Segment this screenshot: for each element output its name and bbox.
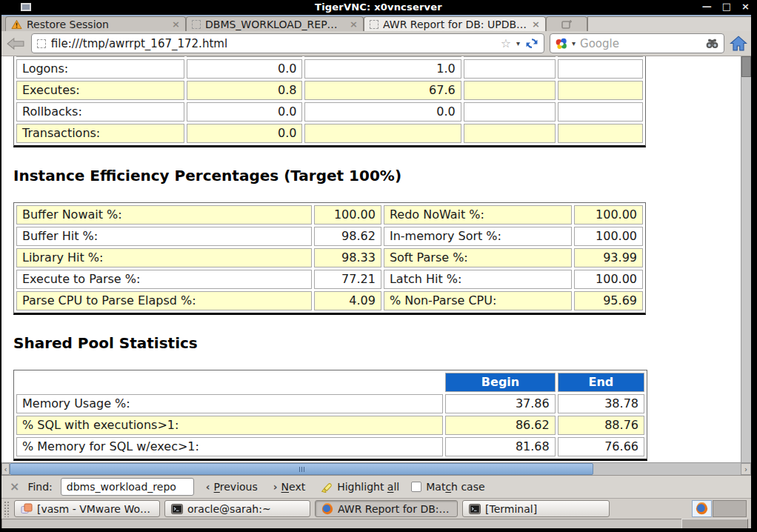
instance-efficiency-heading: Instance Efficiency Percentages (Target …: [13, 167, 741, 184]
tab-close-icon[interactable]: ×: [532, 19, 540, 29]
close-button[interactable]: ×: [741, 1, 750, 12]
stat-value-cell: 76.66: [558, 437, 644, 456]
tab-label: AWR Report for DB: UPDB, In...: [383, 19, 527, 30]
stat-name-cell: Logons:: [16, 59, 184, 79]
stat-name-cell: % Non-Parse CPU:: [384, 291, 573, 310]
column-header-begin: Begin: [445, 373, 555, 392]
taskbar-empty-strip: [1, 519, 681, 528]
new-tab-button[interactable]: [546, 16, 587, 31]
stat-name-cell: Latch Hit %:: [384, 270, 573, 289]
stat-name-cell: % SQL with executions>1:: [16, 416, 443, 435]
back-button[interactable]: [5, 35, 26, 53]
find-close-icon[interactable]: ×: [10, 481, 19, 493]
url-bar[interactable]: ☆ ▾: [31, 33, 544, 53]
empty-cell: [558, 81, 643, 100]
table-row: Rollbacks: 0.0 0.0: [16, 102, 643, 122]
navigation-toolbar: ☆ ▾ ▾: [1, 31, 751, 56]
tab-awr-report[interactable]: AWR Report for DB: UPDB, In... ×: [364, 16, 546, 31]
stat-value-cell: 98.33: [314, 248, 381, 267]
new-tab-icon: [561, 19, 573, 29]
tab-close-icon[interactable]: ×: [172, 19, 180, 29]
vertical-scrollbar-thumb[interactable]: [741, 56, 751, 77]
vmware-icon: [21, 503, 33, 514]
empty-cell: [558, 59, 643, 79]
stat-value-cell: 95.69: [574, 291, 643, 310]
stat-value-cell: 38.78: [558, 394, 644, 413]
taskbar-button-awr-firefox[interactable]: AWR Report for DB: U...: [315, 500, 458, 517]
bookmark-star-icon[interactable]: ☆: [501, 38, 511, 50]
empty-cell: [464, 124, 556, 143]
page-icon: [370, 20, 378, 29]
horizontal-scrollbar-track[interactable]: [593, 463, 741, 475]
reload-icon[interactable]: [525, 37, 538, 50]
load-profile-table: Logons: 0.0 1.0 Executes: 0.8 67.6 Rollb…: [13, 56, 646, 147]
table-row: Parse CPU to Parse Elapsd %: 4.09 % Non-…: [16, 291, 643, 310]
stat-value-cell: 77.21: [314, 270, 381, 289]
table-row: Memory Usage %: 37.86 38.78: [16, 394, 644, 413]
warning-icon: [11, 19, 22, 30]
next-chevron-icon: ›: [273, 481, 278, 493]
stat-name-cell: Executes:: [16, 81, 184, 100]
stat-value-cell: 1.0: [304, 59, 461, 79]
stat-value-cell: 0.8: [187, 81, 302, 100]
shared-pool-heading: Shared Pool Statistics: [13, 334, 741, 352]
stat-name-cell: % Memory for SQL w/exec>1:: [16, 437, 443, 456]
table-row: Library Hit %: 98.33 Soft Parse %: 93.99: [16, 248, 643, 267]
table-row: Logons: 0.0 1.0: [16, 59, 643, 79]
stat-value-cell: [304, 124, 461, 143]
scroll-left-arrow[interactable]: ‹: [1, 463, 10, 475]
tab-close-icon[interactable]: ×: [350, 19, 358, 29]
system-tray: [692, 500, 747, 517]
stat-name-cell: Memory Usage %:: [16, 394, 443, 413]
search-input[interactable]: [580, 37, 701, 50]
vertical-scrollbar[interactable]: [741, 56, 751, 462]
stat-value-cell: 4.09: [314, 291, 381, 310]
binoculars-search-icon[interactable]: [706, 38, 718, 49]
tray-empty-button[interactable]: [713, 500, 747, 517]
tab-bar: Restore Session × DBMS_WORKLOAD_REPOSIT.…: [1, 15, 751, 31]
match-case-checkbox[interactable]: [411, 482, 421, 492]
table-row: % Memory for SQL w/exec>1: 81.68 76.66: [16, 437, 644, 456]
table-header-row: Begin End: [16, 373, 644, 392]
stat-name-cell: Execute to Parse %:: [16, 270, 312, 289]
find-input[interactable]: [61, 478, 194, 496]
stat-value-cell: 93.99: [574, 248, 643, 267]
search-bar[interactable]: ▾: [550, 33, 724, 53]
match-case-option: Match case: [411, 481, 484, 493]
maximize-button[interactable]: □: [722, 1, 731, 12]
stat-value-cell: 0.0: [187, 102, 302, 122]
url-input[interactable]: [51, 37, 496, 50]
minimize-button[interactable]: —: [702, 1, 712, 12]
site-favicon: [37, 39, 46, 48]
horizontal-scrollbar[interactable]: ‹ ›: [1, 462, 751, 475]
horizontal-scrollbar-thumb[interactable]: [10, 463, 593, 475]
url-dropdown-icon[interactable]: ▾: [516, 40, 520, 47]
taskbar-button-terminal[interactable]: [Terminal]: [462, 500, 610, 517]
stat-value-cell: 67.6: [304, 81, 461, 100]
highlight-all-button[interactable]: Highlight all: [317, 479, 403, 494]
tray-firefox-button[interactable]: [692, 500, 712, 517]
match-case-label: Match case: [426, 481, 484, 493]
shared-pool-table: Begin End Memory Usage %: 37.86 38.78 % …: [13, 370, 647, 461]
firefox-icon: [321, 503, 333, 515]
tab-restore-session[interactable]: Restore Session ×: [5, 16, 186, 31]
previous-chevron-icon: ‹: [206, 481, 210, 493]
find-next-button[interactable]: › Next: [270, 479, 309, 494]
search-engine-dropdown-icon[interactable]: ▾: [572, 40, 576, 47]
taskbar-button-vmware[interactable]: [vasm - VMware Work...: [14, 500, 160, 517]
stat-name-cell: Transactions:: [16, 124, 184, 143]
empty-cell: [464, 102, 556, 122]
scroll-right-arrow[interactable]: ›: [741, 463, 751, 475]
google-logo-icon[interactable]: [556, 38, 567, 50]
home-button[interactable]: [730, 36, 747, 51]
taskbar-button-oracle-terminal[interactable]: oracle@sarah:~: [164, 500, 310, 517]
tab-dbms-workload[interactable]: DBMS_WORKLOAD_REPOSIT... ×: [186, 16, 364, 31]
find-previous-label: Previous: [214, 481, 258, 493]
empty-cell: [558, 124, 643, 143]
taskbar-corner-block: [681, 519, 748, 528]
empty-cell: [464, 59, 556, 79]
find-previous-button[interactable]: ‹ Previous: [202, 479, 261, 494]
stat-value-cell: 37.86: [445, 394, 555, 413]
tab-strip-empty: [587, 16, 751, 31]
table-row: Transactions: 0.0: [16, 124, 643, 143]
